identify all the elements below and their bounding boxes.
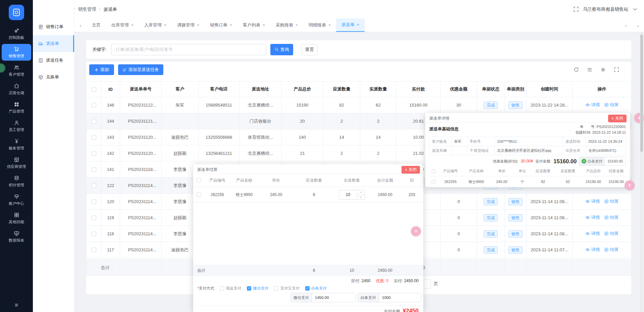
info-value: 156****8511 — [495, 137, 563, 146]
tab-销售订单[interactable]: 销售订单× — [205, 18, 237, 32]
sidebar-item-6[interactable]: 账务管理 — [2, 136, 31, 153]
sidebar-item-1[interactable]: 销售管理 — [2, 44, 31, 61]
fullscreen-icon[interactable] — [573, 6, 579, 12]
sidebar-item-11[interactable]: 数据报表 — [2, 228, 31, 245]
detail-link[interactable]: 详情 — [585, 247, 600, 253]
tab-close-icon[interactable]: × — [164, 23, 166, 27]
table-settings-icon[interactable] — [600, 67, 606, 72]
breadcrumb-item[interactable]: 销售管理 — [78, 6, 96, 12]
tabs-next-icon[interactable]: › — [620, 18, 632, 32]
select-all-checkbox[interactable] — [197, 178, 201, 183]
query-button[interactable]: 查询 — [270, 44, 293, 55]
tab-采购报表[interactable]: 采购报表× — [270, 18, 303, 32]
sidebar-item-0[interactable]: 控制面板 — [2, 25, 31, 42]
users-icon — [14, 65, 19, 70]
detail-link[interactable]: 详情 — [585, 102, 600, 108]
settle-close-button[interactable]: × 关闭 — [401, 166, 420, 174]
sidebar-item-10[interactable]: 其他功能 — [2, 210, 31, 227]
row-checkbox[interactable] — [92, 103, 96, 108]
tab-派送单[interactable]: 派送单× — [336, 18, 365, 32]
stepper-down-icon[interactable] — [357, 195, 365, 200]
app-logo[interactable] — [9, 5, 24, 20]
sidebar-item-7[interactable]: 供应商管理 — [2, 154, 31, 171]
detail-link[interactable]: 详情 — [585, 198, 600, 204]
stepper-up-icon[interactable] — [357, 190, 365, 195]
select-all-checkbox[interactable] — [92, 87, 96, 92]
table-fullscreen-icon[interactable] — [614, 67, 619, 72]
row-checkbox[interactable] — [92, 232, 96, 236]
station-name[interactable]: 乌兰察布商都县销售站 — [583, 6, 628, 12]
pay-amount-input[interactable]: 1450.00 — [312, 293, 355, 302]
checkbox-icon[interactable] — [220, 286, 224, 291]
settle-link[interactable]: 结算 — [604, 231, 619, 237]
table-refresh-icon[interactable] — [574, 67, 579, 72]
tab-close-icon[interactable]: × — [328, 23, 331, 27]
tab-调拨管理[interactable]: 调拨管理× — [172, 18, 205, 32]
tab-入库管理[interactable]: 入库管理× — [139, 18, 172, 32]
row-order-no: PS20231121... — [120, 113, 162, 129]
row-checkbox[interactable] — [432, 180, 436, 184]
tab-close-icon[interactable]: × — [296, 23, 298, 27]
detail-link[interactable]: 详情 — [585, 214, 600, 221]
submenu-item-2[interactable]: 派送任务 — [33, 52, 74, 69]
pay-method-白条支付[interactable]: 白条支付 — [305, 286, 327, 291]
search-input[interactable] — [111, 44, 266, 55]
tabs-menu-icon[interactable]: ⌄ — [632, 18, 644, 32]
pay-amount-input[interactable]: 1000 — [379, 293, 421, 302]
row-checkbox[interactable] — [92, 135, 96, 140]
row-checkbox[interactable] — [92, 119, 96, 124]
checkbox-icon[interactable] — [274, 286, 278, 291]
submenu-item-0[interactable]: 销售订单 — [33, 18, 74, 35]
tab-明细报表[interactable]: 明细报表× — [303, 18, 336, 32]
row-checkbox[interactable] — [197, 192, 201, 197]
sidebar-item-5[interactable]: 员工管理 — [2, 118, 31, 134]
floating-widget[interactable]: ¥ — [625, 180, 635, 190]
checkbox-icon[interactable] — [247, 286, 251, 291]
row-checkbox[interactable] — [92, 167, 96, 172]
detail-link[interactable]: 详情 — [585, 231, 600, 237]
add-button[interactable]: 添加 — [89, 64, 114, 75]
tab-close-icon[interactable]: × — [230, 23, 232, 27]
settle-link[interactable]: 结算 — [604, 214, 619, 221]
settle-link[interactable]: 结算 — [604, 102, 619, 108]
tab-出库管理[interactable]: 出库管理× — [106, 18, 139, 32]
tab-close-icon[interactable]: × — [357, 22, 359, 27]
pay-method-支付宝支付[interactable]: 支付宝支付 — [274, 286, 300, 291]
tab-close-icon[interactable]: × — [263, 23, 265, 27]
settle-link[interactable]: 结算 — [604, 247, 619, 253]
tabs-prev-icon[interactable]: ‹ — [74, 18, 87, 32]
tab-主页[interactable]: 主页 — [87, 18, 106, 32]
sidebar-item-8[interactable]: 积分管理 — [2, 173, 31, 190]
sidebar-item-3[interactable]: 店面仓储 — [2, 81, 31, 98]
submenu-item-3[interactable]: 兑换单 — [33, 69, 74, 85]
quantity-stepper[interactable]: 10 — [339, 190, 365, 200]
row-checkbox[interactable] — [92, 183, 96, 188]
row-checkbox[interactable] — [92, 199, 96, 204]
row-checkbox[interactable] — [92, 215, 96, 220]
row-checkbox[interactable] — [92, 151, 96, 156]
sidebar-item-2[interactable]: 客户管理 — [2, 62, 31, 79]
table-columns-icon[interactable] — [587, 67, 592, 72]
collapse-menu-icon[interactable]: ≡ — [0, 302, 33, 309]
submenu-item-1[interactable]: 派送单 — [33, 35, 74, 52]
tab-客户列表[interactable]: 客户列表× — [237, 18, 270, 32]
pay-method-微信支付[interactable]: 微信支付 — [247, 286, 268, 291]
detail-close-button[interactable]: × 关闭 — [608, 115, 627, 122]
checkbox-icon[interactable] — [305, 286, 310, 291]
row-checkbox[interactable] — [92, 248, 96, 252]
add-to-task-button[interactable]: 添加至派送任务 — [118, 64, 163, 75]
select-all-checkbox[interactable] — [432, 169, 436, 173]
scrollbar-thumb[interactable] — [640, 35, 643, 152]
tab-close-icon[interactable]: × — [131, 23, 133, 27]
status-badge: 完成 — [484, 214, 498, 222]
settle-link[interactable]: 结算 — [604, 198, 619, 204]
sidebar-item-9[interactable]: 账户中心 — [2, 191, 31, 208]
tab-close-icon[interactable]: × — [197, 23, 199, 27]
reset-button[interactable]: 重置 — [302, 44, 318, 55]
floating-widget[interactable]: ¥ — [411, 226, 421, 236]
page-scrollbar[interactable] — [640, 32, 643, 312]
pay-method-现金支付[interactable]: 现金支付 — [220, 286, 241, 291]
chevron-down-icon[interactable] — [632, 6, 638, 12]
sidebar-item-4[interactable]: 产品管理 — [2, 99, 31, 116]
breadcrumb-item[interactable]: 派送单 — [104, 6, 117, 12]
